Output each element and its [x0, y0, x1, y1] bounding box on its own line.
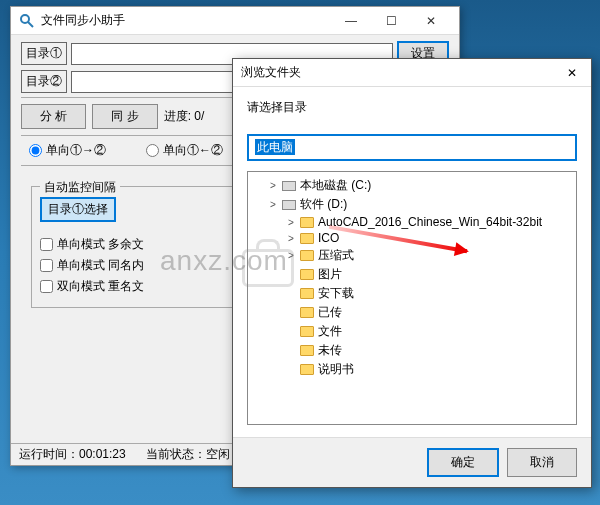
- folder-icon: [300, 326, 314, 337]
- disk-icon: [282, 181, 296, 191]
- chk-rename-label: 双向模式 重名文: [57, 278, 144, 295]
- browse-title-text: 浏览文件夹: [241, 64, 561, 81]
- tree-item-label: 压缩式: [318, 247, 354, 264]
- browse-dialog: 浏览文件夹 ✕ 请选择目录 此电脑 >本地磁盘 (C:)>软件 (D:)>Aut…: [232, 58, 592, 488]
- minimize-button[interactable]: —: [331, 7, 371, 34]
- tree-item[interactable]: 图片: [250, 265, 574, 284]
- tree-item-label: 安下载: [318, 285, 354, 302]
- tree-item[interactable]: >ICO: [250, 230, 574, 246]
- folder-icon: [300, 217, 314, 228]
- tree-item-label: 软件 (D:): [300, 196, 347, 213]
- tree-item[interactable]: 文件: [250, 322, 574, 341]
- tree-item[interactable]: >AutoCAD_2016_Chinese_Win_64bit-32bit: [250, 214, 574, 230]
- radio-dir1to2[interactable]: 单向①→②: [29, 142, 106, 159]
- expander-icon[interactable]: >: [268, 199, 278, 210]
- browse-close-button[interactable]: ✕: [561, 66, 583, 80]
- svg-point-0: [21, 15, 29, 23]
- tree-item-label: 图片: [318, 266, 342, 283]
- tree-item[interactable]: >本地磁盘 (C:): [250, 176, 574, 195]
- expander-icon[interactable]: >: [286, 250, 296, 261]
- radio-dir2to1[interactable]: 单向①←②: [146, 142, 223, 159]
- tree-item[interactable]: 未传: [250, 341, 574, 360]
- radio-dir1to2-input[interactable]: [29, 144, 42, 157]
- folder-tree[interactable]: >本地磁盘 (C:)>软件 (D:)>AutoCAD_2016_Chinese_…: [247, 171, 577, 425]
- state-status: 当前状态：空闲: [146, 446, 230, 463]
- tree-item[interactable]: >软件 (D:): [250, 195, 574, 214]
- folder-icon: [300, 250, 314, 261]
- maximize-button[interactable]: ☐: [371, 7, 411, 34]
- folder-icon: [300, 345, 314, 356]
- sync-button[interactable]: 同 步: [92, 104, 157, 129]
- folder-icon: [300, 233, 314, 244]
- tree-item[interactable]: 已传: [250, 303, 574, 322]
- ok-button[interactable]: 确定: [427, 448, 499, 477]
- tree-item-label: 文件: [318, 323, 342, 340]
- browse-path-input[interactable]: 此电脑: [247, 134, 577, 161]
- chk-extra[interactable]: [40, 238, 53, 251]
- tree-item-label: 本地磁盘 (C:): [300, 177, 371, 194]
- disk-icon: [282, 200, 296, 210]
- chk-samename[interactable]: [40, 259, 53, 272]
- folder-icon: [300, 364, 314, 375]
- dir2-label: 目录②: [21, 70, 67, 93]
- chk-samename-label: 单向模式 同名内: [57, 257, 144, 274]
- expander-icon[interactable]: >: [286, 233, 296, 244]
- cancel-button[interactable]: 取消: [507, 448, 577, 477]
- folder-icon: [300, 269, 314, 280]
- chk-extra-label: 单向模式 多余文: [57, 236, 144, 253]
- close-button[interactable]: ✕: [411, 7, 451, 34]
- tree-item[interactable]: 安下载: [250, 284, 574, 303]
- app-title: 文件同步小助手: [41, 12, 331, 29]
- fieldset-legend: 自动监控间隔: [40, 179, 120, 196]
- radio-dir2to1-input[interactable]: [146, 144, 159, 157]
- dir1-label: 目录①: [21, 42, 67, 65]
- progress-text: 进度: 0/: [164, 108, 205, 125]
- folder-icon: [300, 288, 314, 299]
- browse-titlebar[interactable]: 浏览文件夹 ✕: [233, 59, 591, 87]
- tree-item-label: 未传: [318, 342, 342, 359]
- tree-item[interactable]: >压缩式: [250, 246, 574, 265]
- tree-item-label: ICO: [318, 231, 339, 245]
- app-icon: [19, 13, 35, 29]
- tree-item-label: AutoCAD_2016_Chinese_Win_64bit-32bit: [318, 215, 542, 229]
- tree-item-label: 说明书: [318, 361, 354, 378]
- folder-icon: [300, 307, 314, 318]
- analyze-button[interactable]: 分 析: [21, 104, 86, 129]
- svg-line-1: [28, 22, 33, 27]
- expander-icon[interactable]: >: [286, 217, 296, 228]
- runtime-status: 运行时间：00:01:23: [19, 446, 126, 463]
- tree-item-label: 已传: [318, 304, 342, 321]
- titlebar[interactable]: 文件同步小助手 — ☐ ✕: [11, 7, 459, 35]
- dir1-select-button[interactable]: 目录①选择: [40, 197, 116, 222]
- tree-item[interactable]: 说明书: [250, 360, 574, 379]
- expander-icon[interactable]: >: [268, 180, 278, 191]
- browse-prompt: 请选择目录: [247, 99, 577, 116]
- chk-rename[interactable]: [40, 280, 53, 293]
